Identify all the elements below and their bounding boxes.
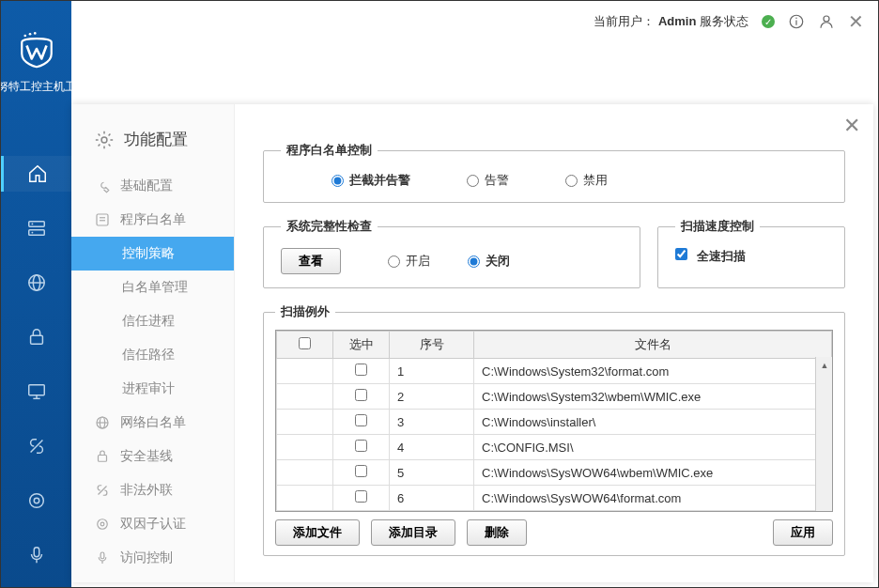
radio-label: 关闭: [486, 253, 510, 270]
svg-point-23: [101, 137, 107, 143]
radio-disable[interactable]: 禁用: [565, 172, 608, 189]
menu-wlmgmt[interactable]: 白名单管理: [71, 271, 234, 304]
rail-icons: [1, 156, 71, 588]
radio-intercept-alert[interactable]: 拦截并告警: [332, 172, 410, 189]
row-filename: C:\CONFIG.MSI\: [474, 435, 832, 460]
radio-alert[interactable]: 告警: [467, 172, 509, 189]
svg-rect-3: [28, 222, 44, 227]
row-select-cell[interactable]: [333, 410, 390, 435]
rail-item-linkoff[interactable]: [1, 428, 71, 464]
row-select-cell[interactable]: [333, 435, 390, 460]
header-checkbox[interactable]: [299, 337, 311, 349]
config-dialog: ✕ 功能配置 基础配置 程序白名单 控制策略 白名单管理 信任进程 信任路径 进…: [71, 104, 873, 582]
panel-whitelist-control: 程序白名单控制 拦截并告警 告警 禁用: [263, 142, 845, 203]
table-row[interactable]: 3C:\Windows\installer\: [277, 410, 832, 435]
svg-rect-30: [99, 456, 107, 462]
table-row[interactable]: 6C:\Windows\SysWOW64\format.com: [277, 486, 832, 511]
row-checkbox[interactable]: [355, 414, 367, 426]
add-dir-button[interactable]: 添加目录: [371, 519, 455, 546]
menu-basic[interactable]: 基础配置: [71, 169, 234, 203]
radio-input[interactable]: [388, 255, 400, 268]
radio-label: 禁用: [583, 172, 608, 189]
menu-twofa[interactable]: 双因子认证: [71, 507, 234, 541]
user-prefix: 当前用户：: [594, 14, 655, 28]
radio-input[interactable]: [468, 255, 480, 268]
table-row[interactable]: 1C:\Windows\System32\format.com: [277, 359, 832, 384]
checkbox-label: 全速扫描: [697, 249, 746, 263]
rail-item-lock[interactable]: [1, 319, 71, 355]
monitor-icon: [26, 381, 47, 402]
scroll-up-icon[interactable]: ▲: [816, 357, 833, 374]
menu-illout[interactable]: 非法外联: [71, 473, 234, 507]
rail-item-ring[interactable]: [1, 483, 71, 518]
radio-input[interactable]: [332, 175, 344, 187]
window-header: 当前用户： Admin 服务状态 ✓ ✕: [594, 10, 864, 33]
col-head-checkbox[interactable]: [277, 332, 333, 359]
view-button[interactable]: 查看: [281, 248, 341, 274]
panel-integrity-check: 系统完整性检查 查看 开启 关闭: [263, 218, 640, 288]
row-filename: C:\Windows\SysWOW64\wbem\WMIC.exe: [474, 460, 832, 486]
menu-trustpath[interactable]: 信任路径: [71, 338, 234, 372]
status-ok-icon: ✓: [762, 15, 775, 28]
row-index: 6: [390, 486, 474, 511]
scrollbar[interactable]: ▲: [815, 357, 832, 511]
row-select-cell[interactable]: [333, 486, 390, 511]
row-checkbox[interactable]: [355, 364, 367, 376]
dialog-title-row: 功能配置: [71, 104, 234, 169]
menu-access[interactable]: 访问控制: [71, 541, 234, 575]
row-select-cell[interactable]: [333, 359, 390, 384]
menu-secbase[interactable]: 安全基线: [71, 440, 234, 473]
rail-item-server[interactable]: [1, 210, 71, 246]
lock-icon: [26, 327, 47, 348]
radio-off[interactable]: 关闭: [468, 253, 510, 270]
menu-procaudit[interactable]: 进程审计: [71, 372, 234, 406]
row-checkbox[interactable]: [355, 465, 367, 477]
row-checkbox[interactable]: [355, 440, 367, 452]
home-icon: [27, 163, 48, 184]
window-close-icon[interactable]: ✕: [848, 10, 864, 33]
row-checkbox-cell: [277, 435, 333, 460]
rail-item-home[interactable]: [1, 156, 71, 192]
info-icon[interactable]: [788, 13, 805, 30]
svg-point-0: [23, 35, 26, 38]
svg-point-21: [795, 18, 797, 20]
col-head-selected: 选中: [333, 332, 390, 359]
menu-netwl[interactable]: 网络白名单: [71, 406, 234, 440]
panel-legend: 扫描例外: [275, 303, 335, 320]
current-user-label: 当前用户： Admin 服务状态: [594, 13, 748, 30]
rail-item-monitor[interactable]: [1, 374, 71, 410]
delete-button[interactable]: 删除: [467, 519, 527, 546]
table-row[interactable]: 4C:\CONFIG.MSI\: [277, 435, 832, 460]
checkbox-input[interactable]: [675, 248, 687, 260]
menu-trustproc[interactable]: 信任进程: [71, 304, 234, 338]
add-file-button[interactable]: 添加文件: [275, 519, 360, 546]
svg-point-1: [28, 33, 31, 36]
apply-button[interactable]: 应用: [773, 519, 833, 546]
radio-input[interactable]: [565, 175, 578, 187]
row-select-cell[interactable]: [333, 384, 390, 410]
menu-strategy[interactable]: 控制策略: [71, 237, 234, 271]
svg-rect-4: [28, 230, 44, 236]
table-row[interactable]: 2C:\Windows\System32\wbem\WMIC.exe: [277, 384, 832, 410]
user-name: Admin: [658, 14, 696, 28]
dialog-title: 功能配置: [124, 129, 188, 150]
table-row[interactable]: 5C:\Windows\SysWOW64\wbem\WMIC.exe: [277, 460, 832, 486]
row-checkbox-cell: [277, 384, 333, 410]
row-filename: C:\Windows\System32\format.com: [474, 359, 832, 384]
menu-label: 双因子认证: [120, 516, 186, 533]
row-checkbox-cell: [277, 486, 333, 511]
row-select-cell[interactable]: [333, 460, 390, 486]
link-off-icon: [94, 482, 111, 499]
menu-whitelist[interactable]: 程序白名单: [71, 203, 234, 237]
checkbox-fullspeed[interactable]: 全速扫描: [675, 248, 827, 265]
user-icon[interactable]: [818, 13, 835, 30]
globe-icon: [94, 414, 111, 431]
gear-icon: [94, 130, 115, 150]
radio-input[interactable]: [467, 175, 479, 187]
rail-item-globe[interactable]: [1, 265, 71, 301]
rail-item-mic[interactable]: [1, 537, 71, 573]
row-checkbox[interactable]: [355, 389, 367, 401]
dialog-content: 程序白名单控制 拦截并告警 告警 禁用 系统完整性检查: [235, 104, 873, 582]
row-checkbox[interactable]: [355, 490, 367, 503]
radio-on[interactable]: 开启: [388, 253, 430, 270]
